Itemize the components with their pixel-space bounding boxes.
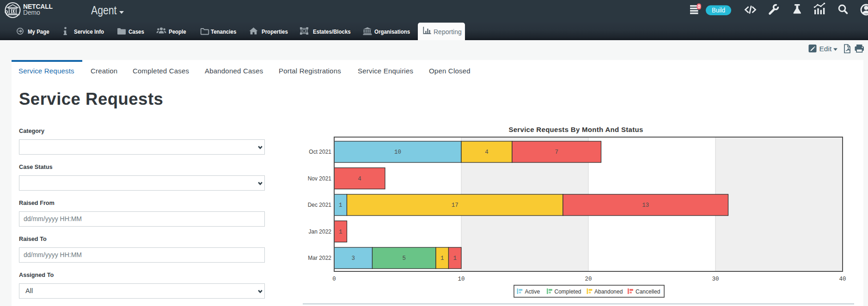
svg-text:7: 7 xyxy=(555,149,558,156)
svg-text:Mar 2022: Mar 2022 xyxy=(308,255,331,261)
svg-text:Dec 2021: Dec 2021 xyxy=(308,202,332,208)
svg-text:30: 30 xyxy=(712,276,719,282)
svg-text:4: 4 xyxy=(358,176,361,182)
svg-text:Edit: Edit xyxy=(819,45,832,53)
svg-text:0: 0 xyxy=(697,4,700,9)
svg-text:Build: Build xyxy=(712,6,725,14)
svg-text:1: 1 xyxy=(453,255,457,262)
svg-text:1: 1 xyxy=(339,202,342,209)
svg-text:1: 1 xyxy=(339,229,342,235)
svg-text:3: 3 xyxy=(351,255,355,262)
svg-text:10: 10 xyxy=(394,149,401,156)
svg-text:Nov 2021: Nov 2021 xyxy=(308,175,332,182)
svg-text:1: 1 xyxy=(440,255,444,262)
svg-text:Completed: Completed xyxy=(555,288,581,295)
svg-text:20: 20 xyxy=(585,276,592,282)
svg-text:0: 0 xyxy=(332,276,336,282)
svg-text:10: 10 xyxy=(458,276,465,282)
svg-text:Jan 2022: Jan 2022 xyxy=(309,228,332,235)
svg-text:Abandoned: Abandoned xyxy=(594,288,623,295)
svg-text:Active: Active xyxy=(525,288,540,295)
svg-text:Oct 2021: Oct 2021 xyxy=(309,149,331,155)
svg-text:40: 40 xyxy=(839,276,846,282)
svg-text:13: 13 xyxy=(642,202,649,209)
svg-text:Cancelled: Cancelled xyxy=(636,288,660,295)
svg-text:Service Requests By Month And: Service Requests By Month And Status xyxy=(508,126,643,133)
svg-text:5: 5 xyxy=(402,255,406,262)
svg-text:17: 17 xyxy=(452,202,458,209)
svg-text:4: 4 xyxy=(485,149,489,156)
